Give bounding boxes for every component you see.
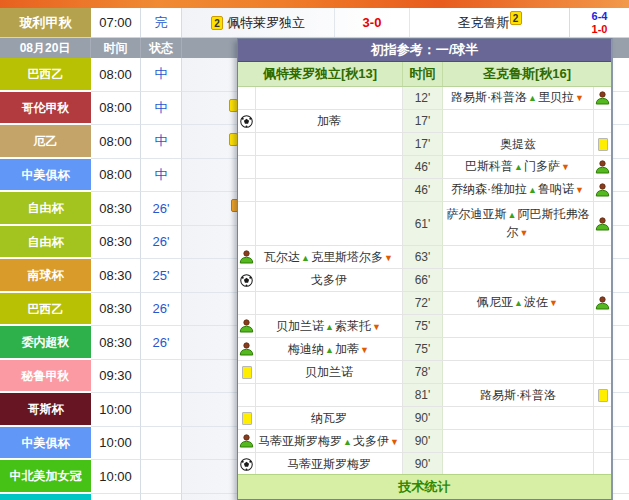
event-row: 戈多伊66' xyxy=(238,269,611,292)
event-row: 贝加兰诺▲索莱托▼75' xyxy=(238,315,611,338)
match-time: 08:00 xyxy=(91,92,141,126)
substitution-icon xyxy=(239,434,254,448)
home-event xyxy=(256,202,403,245)
event-minute: 90' xyxy=(403,407,443,429)
event-row: 马蒂亚斯罗梅罗▲戈多伊▼90' xyxy=(238,430,611,453)
substitution-icon xyxy=(239,342,254,356)
substitution-icon xyxy=(239,319,254,333)
home-event: 瓦尔达▲克里斯塔尔多▼ xyxy=(256,246,403,268)
match-status: 26' xyxy=(141,326,182,360)
league-badge: 玻利甲秋 xyxy=(0,8,91,37)
match-time: 10:00 xyxy=(91,427,141,461)
away-event: 佩尼亚▲波佐▼ xyxy=(443,292,594,314)
popup-time-header: 时间 xyxy=(403,62,443,86)
substitution-text: 萨尔迪亚斯▲阿巴斯托弗洛尔▼ xyxy=(445,206,591,242)
away-event xyxy=(443,110,594,132)
yellow-card-icon xyxy=(242,412,252,425)
league-badge: 委内超秋 xyxy=(0,326,91,360)
event-minute: 90' xyxy=(403,453,443,474)
event-row: 17'奥提兹 xyxy=(238,133,611,156)
away-event: 路易斯·科普洛 xyxy=(443,384,594,406)
match-time: 08:30 xyxy=(91,226,141,260)
event-minute: 61' xyxy=(403,202,443,245)
odds-reference-title: 初指参考：一/球半 xyxy=(238,39,611,62)
event-row: 12'路易斯·科普洛▲里贝拉▼ xyxy=(238,87,611,110)
top-banner xyxy=(0,0,629,8)
away-event xyxy=(443,269,594,291)
match-status: 26' xyxy=(141,293,182,327)
player-name: 奥提兹 xyxy=(500,136,536,153)
substitution-text: 瓦尔达▲克里斯塔尔多▼ xyxy=(264,249,394,266)
substitution-icon xyxy=(239,250,254,264)
yellow-card-icon xyxy=(242,366,252,379)
substitution-icon xyxy=(595,91,610,105)
away-event xyxy=(443,361,594,383)
home-event: 贝加兰诺▲索莱托▼ xyxy=(256,315,403,337)
event-minute: 90' xyxy=(403,430,443,452)
goal-icon xyxy=(240,274,253,287)
away-event xyxy=(443,338,594,360)
event-minute: 46' xyxy=(403,179,443,201)
home-team-name[interactable]: 佩特莱罗独立 xyxy=(227,14,305,32)
event-row: 贝加兰诺78' xyxy=(238,361,611,384)
substitution-icon xyxy=(595,183,610,197)
status-column-header: 状态 xyxy=(141,38,182,58)
home-event: 马蒂亚斯罗梅罗▲戈多伊▼ xyxy=(256,430,403,452)
corner-score: 6-4 xyxy=(592,10,608,23)
league-badge: 哥伦甲秋 xyxy=(0,92,91,126)
match-status: 26' xyxy=(141,226,182,260)
home-event xyxy=(256,87,403,109)
halftime-score: 1-0 xyxy=(592,23,608,36)
substitution-text: 巴斯科普▲门多萨▼ xyxy=(465,158,571,176)
event-minute: 81' xyxy=(403,384,443,406)
home-cards-badge: 2 xyxy=(211,16,223,30)
match-time: 10:00 xyxy=(91,460,141,494)
match-status: 中 xyxy=(141,125,182,159)
home-event: 纳瓦罗 xyxy=(256,407,403,429)
away-cards-badge: 2 xyxy=(510,11,522,25)
match-status: 完 xyxy=(141,8,182,37)
away-team-name[interactable]: 圣克鲁斯 xyxy=(458,14,510,32)
away-event xyxy=(443,453,594,474)
match-time: 08:30 xyxy=(91,192,141,226)
event-minute: 12' xyxy=(403,87,443,109)
league-badge: 中北美加女冠 xyxy=(0,460,91,494)
popup-home-header: 佩特莱罗独立[秋13] xyxy=(238,62,403,86)
event-minute: 75' xyxy=(403,315,443,337)
player-name: 纳瓦罗 xyxy=(311,410,347,427)
match-status xyxy=(141,427,182,461)
goal-icon xyxy=(240,115,253,128)
match-score[interactable]: 3-0 xyxy=(335,8,410,37)
match-status: 中 xyxy=(141,58,182,92)
substitution-icon xyxy=(595,296,610,310)
substitution-icon xyxy=(595,217,610,231)
substitution-text: 贝加兰诺▲索莱托▼ xyxy=(276,318,382,335)
event-row: 马蒂亚斯罗梅罗90' xyxy=(238,453,611,474)
player-name: 路易斯·科普洛 xyxy=(480,387,556,404)
league-badge: 阿甲 xyxy=(0,494,91,500)
match-time: 08:00 xyxy=(91,159,141,193)
date-label: 08月20日 xyxy=(0,38,91,58)
match-time: 08:00 xyxy=(91,58,141,92)
event-row: 72'佩尼亚▲波佐▼ xyxy=(238,292,611,315)
match-time: 10:30 xyxy=(91,494,141,500)
live-scores-screen: 玻利甲秋 07:00 完 2 佩特莱罗独立 3-0 圣克鲁斯 2 6-4 1-0 xyxy=(0,0,629,500)
event-row: 46'乔纳森·维加拉▲鲁呐诺▼ xyxy=(238,179,611,202)
league-badge: 南球杯 xyxy=(0,259,91,293)
event-row: 61'萨尔迪亚斯▲阿巴斯托弗洛尔▼ xyxy=(238,202,611,246)
league-badge: 秘鲁甲秋 xyxy=(0,360,91,394)
away-event xyxy=(443,407,594,429)
goal-icon xyxy=(240,458,253,471)
technical-stats-bar: 技术统计 xyxy=(238,474,611,499)
league-badge: 自由杯 xyxy=(0,226,91,260)
match-time: 08:00 xyxy=(91,125,141,159)
match-time: 08:30 xyxy=(91,326,141,360)
match-status: 中 xyxy=(141,159,182,193)
home-event: 戈多伊 xyxy=(256,269,403,291)
event-minute: 75' xyxy=(403,338,443,360)
substitution-text: 梅迪纳▲加蒂▼ xyxy=(288,341,370,358)
selected-match-row[interactable]: 玻利甲秋 07:00 完 2 佩特莱罗独立 3-0 圣克鲁斯 2 6-4 1-0 xyxy=(0,8,629,38)
event-minute: 63' xyxy=(403,246,443,268)
event-minute: 78' xyxy=(403,361,443,383)
substitution-icon xyxy=(595,160,610,174)
